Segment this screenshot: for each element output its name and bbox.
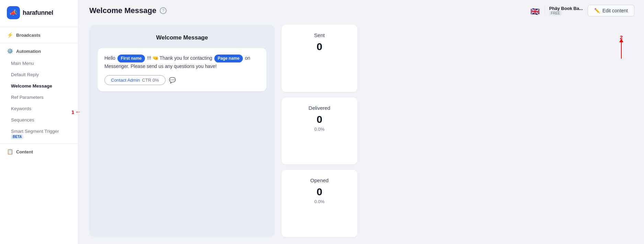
beta-badge: BETA (11, 135, 23, 139)
page-title: Welcome Message (89, 6, 156, 15)
chat-icon: 💬 (169, 77, 176, 83)
cta-row: Contact Admin CTR 0% 💬 (104, 75, 260, 85)
page-header: Welcome Message ? 🇬🇧 Phây Book Ba... FRE… (78, 0, 644, 21)
preview-title: Welcome Message (98, 34, 267, 41)
first-name-tag: First name (117, 55, 145, 62)
divider-1 (0, 27, 78, 27)
opened-label: Opened (289, 177, 350, 183)
sidebar-item-automation[interactable]: ⚙️ Automation (0, 45, 78, 58)
sidebar-item-default-reply[interactable]: Default Reply (0, 69, 78, 80)
sidebar-item-content[interactable]: 📋 Content (0, 145, 78, 158)
stat-card-delivered: Delivered 0 0.0% (282, 97, 357, 165)
sidebar: 📣 harafunnel ⚡ Broadcasts ⚙️ Automation … (0, 0, 78, 244)
language-flag[interactable]: 🇬🇧 (530, 7, 540, 14)
divider-3 (0, 143, 78, 144)
sent-value: 0 (289, 41, 350, 53)
delivered-value: 0 (289, 114, 350, 125)
preview-card: Welcome Message Hello First name !!! 🤜 T… (89, 25, 275, 237)
message-bubble: Hello First name !!! 🤜 Thank you for con… (98, 48, 267, 91)
help-icon[interactable]: ? (160, 7, 167, 14)
sent-label: Sent (289, 32, 350, 38)
sidebar-item-keywords[interactable]: Keywords (0, 103, 78, 114)
opened-value: 0 (289, 186, 350, 198)
sidebar-item-welcome-message[interactable]: Welcome Message (0, 80, 78, 92)
stat-card-opened: Opened 0 0.0% (282, 170, 357, 237)
broadcasts-icon: ⚡ (7, 32, 13, 38)
stats-column: Sent 0 Delivered 0 0.0% Opened 0 0.0% (282, 25, 357, 237)
sidebar-item-smart-segment-trigger[interactable]: Smart Segment Trigger BETA (0, 126, 78, 142)
main-area: Welcome Message ? 🇬🇧 Phây Book Ba... FRE… (78, 0, 644, 244)
logo: 📣 harafunnel (0, 0, 78, 25)
sidebar-item-main-menu[interactable]: Main Menu (0, 58, 78, 69)
logo-text: harafunnel (23, 9, 53, 16)
account-info: Phây Book Ba... FREE (545, 6, 583, 15)
page-name-tag: Page name (214, 55, 243, 62)
divider-2 (0, 43, 78, 43)
content-area: Welcome Message Hello First name !!! 🤜 T… (78, 21, 644, 244)
sidebar-item-broadcasts[interactable]: ⚡ Broadcasts (0, 28, 78, 42)
ctr-text: CTR 0% (142, 78, 159, 83)
edit-icon: ✏️ (594, 8, 600, 13)
account-plan: FREE (549, 11, 562, 15)
delivered-label: Delivered (289, 105, 350, 111)
sidebar-item-sequences[interactable]: Sequences (0, 114, 78, 126)
cta-button[interactable]: Contact Admin CTR 0% (104, 75, 166, 85)
delivered-percent: 0.0% (289, 127, 350, 132)
message-text: Hello First name !!! 🤜 Thank you for con… (104, 54, 260, 70)
logo-icon: 📣 (7, 6, 20, 19)
header-right: 🇬🇧 Phây Book Ba... FREE ✏️ Edit content (530, 5, 634, 16)
header-left: Welcome Message ? (89, 6, 167, 15)
automation-icon: ⚙️ (7, 48, 13, 54)
sidebar-item-ref-parameters[interactable]: Ref Parameters (0, 92, 78, 103)
account-name: Phây Book Ba... (549, 6, 583, 11)
edit-content-button[interactable]: ✏️ Edit content (588, 5, 634, 16)
content-icon: 📋 (7, 149, 13, 155)
stat-card-sent: Sent 0 (282, 25, 357, 92)
opened-percent: 0.0% (289, 199, 350, 204)
